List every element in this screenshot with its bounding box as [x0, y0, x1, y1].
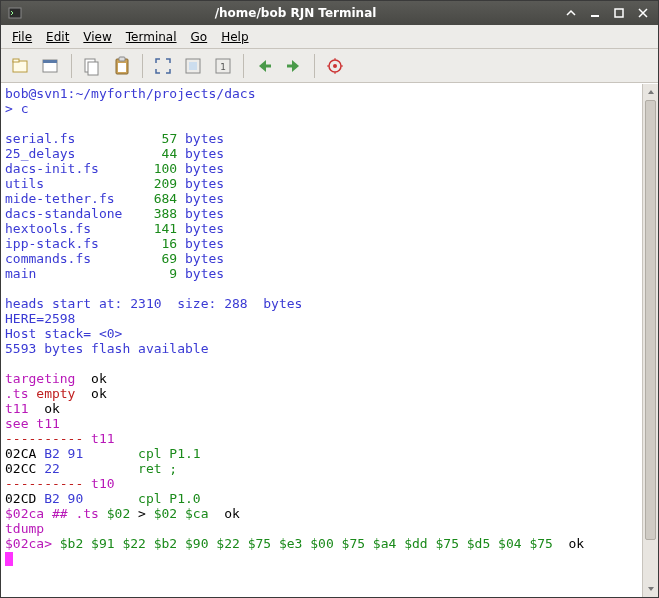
svg-rect-8: [88, 62, 98, 75]
svg-rect-4: [13, 59, 19, 62]
scrollbar[interactable]: [642, 84, 658, 597]
terminal-output[interactable]: bob@svn1:~/myforth/projects/dacs > c ser…: [1, 84, 642, 597]
menu-view[interactable]: View: [76, 27, 118, 47]
menu-help[interactable]: Help: [214, 27, 255, 47]
app-icon: [7, 5, 23, 21]
window-controls: [562, 5, 652, 21]
toolbar-separator: [314, 54, 315, 78]
next-button[interactable]: [280, 52, 308, 80]
minimize-button[interactable]: [586, 5, 604, 21]
shade-button[interactable]: [562, 5, 580, 21]
svg-rect-11: [118, 63, 126, 72]
record-button[interactable]: [321, 52, 349, 80]
paste-button[interactable]: [108, 52, 136, 80]
svg-rect-6: [43, 60, 57, 63]
svg-rect-2: [615, 9, 623, 17]
titlebar[interactable]: /home/bob RJN Terminal: [1, 1, 658, 25]
svg-rect-1: [591, 15, 599, 17]
close-button[interactable]: [634, 5, 652, 21]
scroll-down-button[interactable]: [643, 581, 658, 597]
toolbar: 1: [1, 49, 658, 83]
menu-terminal[interactable]: Terminal: [119, 27, 184, 47]
terminal-window: /home/bob RJN Terminal File Edit View Te…: [0, 0, 659, 598]
toolbar-separator: [142, 54, 143, 78]
svg-rect-10: [119, 57, 125, 61]
prev-button[interactable]: [250, 52, 278, 80]
menubar: File Edit View Terminal Go Help: [1, 25, 658, 49]
window-title: /home/bob RJN Terminal: [29, 6, 562, 20]
copy-button[interactable]: [78, 52, 106, 80]
svg-rect-0: [9, 8, 21, 18]
fullscreen-button[interactable]: [149, 52, 177, 80]
new-tab-button[interactable]: [7, 52, 35, 80]
maximize-button[interactable]: [610, 5, 628, 21]
svg-point-17: [333, 64, 337, 68]
new-window-button[interactable]: [37, 52, 65, 80]
scroll-thumb[interactable]: [645, 100, 656, 540]
menu-edit[interactable]: Edit: [39, 27, 76, 47]
zoom-fit-button[interactable]: [179, 52, 207, 80]
toolbar-separator: [71, 54, 72, 78]
menu-file[interactable]: File: [5, 27, 39, 47]
cursor: [5, 552, 13, 566]
scroll-up-button[interactable]: [643, 84, 658, 100]
svg-rect-13: [189, 62, 197, 70]
terminal-area: bob@svn1:~/myforth/projects/dacs > c ser…: [1, 83, 658, 597]
zoom-original-button[interactable]: 1: [209, 52, 237, 80]
toolbar-separator: [243, 54, 244, 78]
svg-text:1: 1: [220, 62, 226, 72]
svg-rect-3: [13, 61, 27, 72]
menu-go[interactable]: Go: [184, 27, 215, 47]
